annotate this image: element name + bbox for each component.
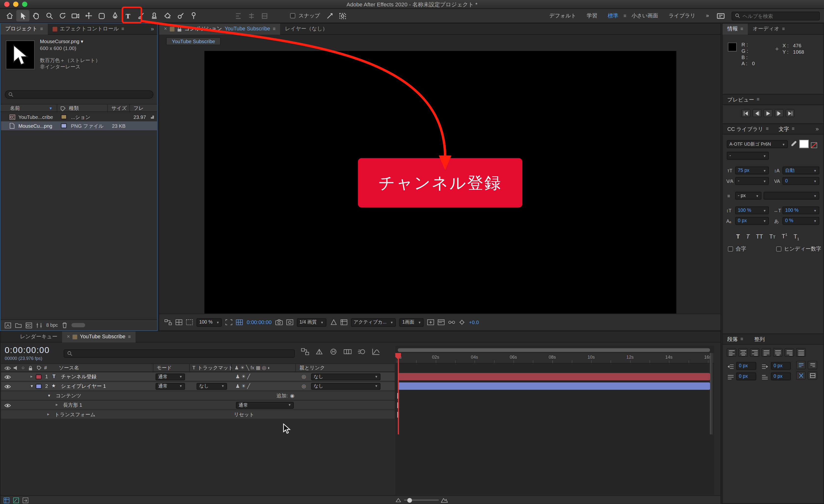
faux-bold-button[interactable]: T [736, 234, 740, 240]
kinsoku-button[interactable] [796, 371, 806, 380]
tab-character[interactable]: 文字 [779, 126, 789, 131]
frame-blending-icon[interactable] [343, 348, 351, 355]
space-before-field[interactable]: 0 px [736, 372, 756, 380]
close-tab-icon[interactable]: × [67, 334, 70, 339]
snap-options-icon[interactable] [323, 10, 336, 22]
graph-toggle-icon[interactable] [13, 497, 19, 503]
eraser-tool[interactable] [161, 10, 174, 22]
play-button[interactable] [764, 109, 772, 117]
pickwhip-icon[interactable]: ◎ [302, 374, 306, 379]
kerning-select[interactable]: -▼ [735, 177, 769, 185]
guides-icon[interactable] [340, 320, 347, 325]
tab-cc-libraries[interactable]: CC ライブラリ [727, 126, 763, 131]
timeline-track-area[interactable]: 0s 02s 04s 06s 08s 10s 12s 14s 16s [395, 346, 714, 498]
proportional-spacing-select[interactable]: 0 %▼ [783, 217, 819, 225]
text-direction-ltr-button[interactable] [796, 361, 806, 369]
expand-arrow-icon[interactable]: ▸ [30, 375, 33, 379]
tab-paragraph[interactable]: 段落 [727, 337, 738, 342]
hand-tool[interactable] [29, 10, 43, 22]
layer-bar-2[interactable] [398, 382, 710, 390]
tab-effect-controls[interactable]: エフェクトコントロール≡ [47, 23, 129, 34]
ligatures-option[interactable]: 合字 [728, 246, 746, 252]
panel-menu-icon[interactable]: ≡ [128, 334, 131, 339]
subscript-button[interactable]: T1 [794, 234, 799, 241]
new-folder-icon[interactable] [15, 323, 22, 328]
tsume-value-select[interactable]: - px▼ [735, 192, 761, 200]
align-right-button[interactable] [750, 348, 759, 357]
home-tool[interactable] [3, 10, 16, 22]
faux-italic-button[interactable]: T [746, 234, 749, 240]
workspace-learn[interactable]: 学習 [587, 13, 597, 18]
transparency-grid-icon[interactable] [236, 320, 243, 325]
pan-behind-tool[interactable] [82, 10, 95, 22]
track-matte-select[interactable]: なし▼ [196, 383, 227, 389]
layer-row-1[interactable]: ▸ 1 T チャンネル登録 通常▼ ♟ ☀ ╱ ◎ なし▼ [1, 372, 395, 381]
text-direction-rtl-button[interactable] [808, 361, 817, 369]
property-row-contents[interactable]: ▼ コンテンツ 追加: ◉ [1, 391, 395, 400]
current-time-display[interactable]: 0:00:00:00 00000 (23.976 fps) [5, 346, 49, 361]
project-row-composition[interactable]: YouTube...cribe ...ション 23.97 [1, 113, 157, 121]
timeline-navigator-bar[interactable] [398, 348, 710, 352]
scrollbar-thumb[interactable] [71, 323, 85, 327]
snapshot-camera-icon[interactable] [275, 320, 283, 325]
justify-last-left-button[interactable] [761, 348, 771, 357]
playhead-line[interactable] [398, 353, 399, 434]
align-center-button[interactable] [738, 348, 748, 357]
fast-previews-icon[interactable] [330, 320, 337, 325]
tsume-preset-select[interactable]: ▼ [764, 192, 819, 200]
expand-arrow-icon[interactable]: ▸ [56, 403, 58, 407]
workspace-libraries[interactable]: ライブラリ [668, 13, 696, 18]
interpret-footage-icon[interactable] [5, 323, 11, 328]
tab-align[interactable]: 整列 [754, 337, 765, 342]
layer-switches[interactable]: ♟ ☀ ╱ [235, 384, 250, 389]
superscript-button[interactable]: T1 [782, 233, 788, 239]
ligatures-checkbox[interactable] [728, 246, 733, 252]
add-menu-icon[interactable]: ◉ [290, 393, 295, 398]
first-frame-button[interactable] [742, 109, 750, 117]
camera-tool[interactable] [69, 10, 82, 22]
eye-icon[interactable] [4, 385, 11, 389]
indent-left-field[interactable]: 0 px [736, 362, 756, 370]
mask-visibility-icon[interactable] [336, 10, 349, 22]
rotate-tool[interactable] [56, 10, 69, 22]
tab-info[interactable]: 情報≡ [722, 23, 748, 34]
workspace-standard[interactable]: 標準 [608, 13, 618, 18]
stroke-color-swatch[interactable] [811, 142, 817, 148]
reset-link[interactable]: リセット [234, 412, 254, 417]
close-tab-icon[interactable]: × [164, 26, 167, 31]
lock-icon[interactable] [177, 26, 182, 32]
justify-last-center-button[interactable] [773, 348, 783, 357]
help-search-field[interactable] [732, 11, 820, 20]
snap-checkbox[interactable] [290, 13, 295, 18]
layer-label-chip[interactable] [36, 384, 42, 389]
zoom-slider-handle[interactable] [407, 498, 412, 502]
project-bit-depth[interactable]: 8 bpc [46, 323, 58, 328]
panel-menu-icon[interactable]: ≡ [273, 26, 276, 31]
zoom-tool[interactable] [43, 10, 56, 22]
eyedropper-icon[interactable] [791, 141, 797, 147]
puppet-pin-tool[interactable] [187, 10, 200, 22]
parent-select[interactable]: なし▼ [311, 373, 381, 380]
magnification-select[interactable]: 100 %▼ [196, 318, 222, 327]
property-row-transform[interactable]: ▸ トランスフォーム リセット [1, 410, 395, 419]
draft-3d-icon[interactable] [315, 348, 323, 355]
selection-tool[interactable] [16, 10, 29, 22]
hindi-digits-checkbox[interactable] [776, 246, 781, 252]
region-of-interest-icon[interactable] [226, 320, 232, 325]
hindi-digits-option[interactable]: ヒンディー数字 [776, 246, 821, 252]
leading-select[interactable]: 自動▼ [783, 166, 819, 174]
horizontal-scale-select[interactable]: 100 %▼ [783, 207, 819, 214]
timeline-search-field[interactable] [64, 349, 295, 358]
mask-toggle-icon[interactable] [186, 320, 193, 325]
camera-select[interactable]: アクティブカ...▼ [351, 318, 396, 327]
label-color-chip[interactable] [61, 115, 67, 119]
layer-name[interactable]: チャンネル登録 [61, 374, 97, 379]
timeline-button-icon[interactable] [438, 320, 445, 325]
shape-blend-mode-select[interactable]: 通常▼ [236, 401, 294, 408]
workspace-menu-icon[interactable]: ≡ [624, 13, 626, 18]
workspace-overflow-icon[interactable]: » [706, 13, 709, 18]
comp-flowchart-icon[interactable] [448, 320, 455, 325]
panel-menu-icon[interactable]: ≡ [40, 26, 43, 31]
mojikumi-button[interactable] [808, 371, 817, 380]
layer-row-2[interactable]: ▼ 2 ★ シェイプレイヤー 1 通常▼ なし▼ ♟ ☀ ╱ ◎ なし▼ [1, 382, 395, 391]
